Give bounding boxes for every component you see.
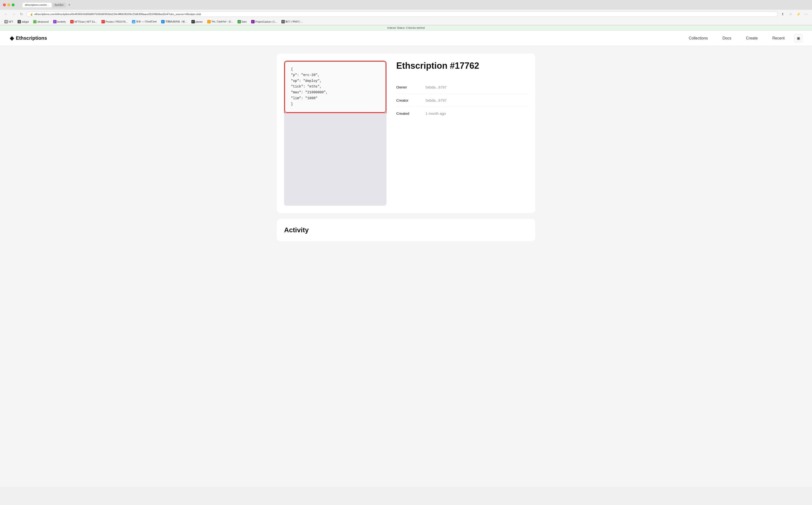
active-tab[interactable]: ethscriptions.com/ethscriptions... [22, 3, 52, 7]
traffic-lights [3, 3, 15, 6]
json-line-6: "lim": "1000" [291, 96, 380, 102]
nftscan-icon: N [70, 20, 74, 23]
web3-icon: W [281, 20, 285, 23]
created-row: Created 1 month ago [396, 107, 528, 120]
bookmark-nft[interactable]: 🖼 NFT [3, 19, 15, 24]
tab-2[interactable]: flashBot [52, 3, 66, 7]
nav-create[interactable]: Create [746, 36, 758, 40]
close-button[interactable] [3, 3, 6, 6]
aigpt-icon: A [18, 20, 21, 23]
activity-card: Activity [277, 219, 535, 241]
json-line-5: "max": "21000000", [291, 90, 380, 96]
bookmark-captcha[interactable]: ✓ Yes, Captcha! - 仪... [206, 19, 235, 24]
browser-chrome: ethscriptions.com/ethscriptions... flash… [0, 0, 812, 25]
captcha-icon: ✓ [207, 20, 211, 23]
browser-nav: ← → ↻ 🔒 ethscriptions.com/ethscriptions/… [0, 10, 812, 18]
owner-value[interactable]: 0xbda...6797 [425, 85, 447, 89]
bookmark-cloudcave[interactable]: ☁ 登录 — CloudCave [130, 19, 158, 24]
forward-button[interactable]: → [11, 11, 17, 17]
minimize-button[interactable] [7, 3, 10, 6]
owner-label: Owner [396, 85, 425, 89]
share-button[interactable]: ⬆ [780, 11, 786, 17]
indexer-status-text: Indexer Status: 0 blocks behind [387, 26, 424, 29]
indexer-status-bar: Indexer Status: 0 blocks behind [0, 25, 812, 30]
extensions-button[interactable]: ⚡ [795, 11, 801, 17]
address-bar[interactable]: 🔒 ethscriptions.com/ethscriptions/0x4636… [26, 11, 778, 17]
nav-links: Collections Docs Create Recent [689, 36, 785, 40]
logo-icon: ◆ [10, 35, 14, 41]
maximize-button[interactable] [12, 3, 15, 6]
json-line-4: "tick": "eths", [291, 84, 380, 90]
bookmark-aigpt[interactable]: A ai&gpt [16, 19, 30, 24]
proxies-icon: P [102, 20, 105, 23]
site-logo[interactable]: ◆ Ethscriptions [10, 35, 47, 41]
cloudcave-icon: ☁ [132, 20, 135, 23]
ethscription-info: Ethscription #17762 Owner 0xbda...6797 C… [396, 61, 528, 206]
lock-icon: 🔒 [30, 13, 33, 16]
ultrasound-icon: 🔊 [33, 20, 36, 23]
wallet-button[interactable]: ▣ [794, 34, 802, 42]
bookmark-tenderly[interactable]: T tenderly [52, 19, 67, 24]
back-button[interactable]: ← [3, 11, 9, 17]
browser-tabs: ethscriptions.com/ethscriptions... flash… [20, 2, 809, 8]
owner-row: Owner 0xbda...6797 [396, 81, 528, 94]
json-display-block: { "p": "erc-20", "op": "deploy", "tick":… [284, 61, 387, 113]
created-label: Created [396, 111, 425, 116]
ethscription-title: Ethscription #17762 [396, 61, 528, 71]
parsec-icon: P [191, 20, 195, 23]
creator-value[interactable]: 0xbda...6797 [425, 98, 447, 102]
nav-collections[interactable]: Collections [689, 36, 708, 40]
caelum-icon: C [251, 20, 255, 23]
bookmark-nftscan[interactable]: N NFTScan | NFT Ex... [69, 19, 98, 24]
bookmarks-bar: 🖼 NFT A ai&gpt 🔊 ultrasound T tenderly N… [0, 18, 812, 25]
json-line-1: { [291, 66, 380, 72]
bookmark-crypto[interactable]: ₿ 币圈肉身跨链（移... [160, 19, 188, 24]
reload-button[interactable]: ↻ [18, 11, 24, 17]
nav-docs[interactable]: Docs [722, 36, 731, 40]
title-bar: ethscriptions.com/ethscriptions... flash… [0, 0, 812, 10]
nft-icon: 🖼 [4, 20, 8, 23]
creator-label: Creator [396, 98, 425, 102]
main-content: { "p": "erc-20", "op": "deploy", "tick":… [272, 46, 540, 248]
bookmark-proxies[interactable]: P Proxies / PROXY6... [100, 19, 129, 24]
5sim-icon: 5 [238, 20, 241, 23]
site-nav: ◆ Ethscriptions Collections Docs Create … [0, 30, 812, 46]
activity-title: Activity [284, 226, 528, 234]
preview-area: { "p": "erc-20", "op": "deploy", "tick":… [284, 61, 387, 206]
ethscription-preview: { "p": "erc-20", "op": "deploy", "tick":… [284, 61, 387, 206]
bookmark-button[interactable]: ☆ [788, 11, 794, 17]
bookmark-ultrasound[interactable]: 🔊 ultrasound [32, 19, 50, 24]
bookmark-web3[interactable]: W 数穴 | Web3 | ... [280, 19, 304, 24]
json-line-3: "op": "deploy", [291, 78, 380, 84]
json-line-7: } [291, 102, 380, 107]
creator-row: Creator 0xbda...6797 [396, 94, 528, 107]
tenderly-icon: T [53, 20, 56, 23]
preview-gray-area [284, 113, 387, 206]
nav-recent[interactable]: Recent [772, 36, 785, 40]
address-text: ethscriptions.com/ethscriptions/0x463654… [34, 13, 201, 16]
json-content: { "p": "erc-20", "op": "deploy", "tick":… [285, 61, 386, 113]
json-line-2: "p": "erc-20", [291, 72, 380, 78]
bookmark-caelum[interactable]: C ProjectCaelum | C... [250, 19, 278, 24]
created-value: 1 month ago [425, 111, 446, 116]
bookmark-parsec[interactable]: P parsec [190, 19, 205, 24]
logo-text: Ethscriptions [16, 35, 47, 41]
crypto-icon: ₿ [161, 20, 165, 23]
bookmark-5sim[interactable]: 5 5sim [236, 19, 248, 24]
wallet-icon: ▣ [797, 36, 800, 40]
new-tab-button[interactable]: + [66, 2, 72, 8]
site-wrapper: ◆ Ethscriptions Collections Docs Create … [0, 30, 812, 487]
ethscription-card: { "p": "erc-20", "op": "deploy", "tick":… [277, 53, 535, 213]
menu-button[interactable]: ⋯ [803, 11, 809, 17]
